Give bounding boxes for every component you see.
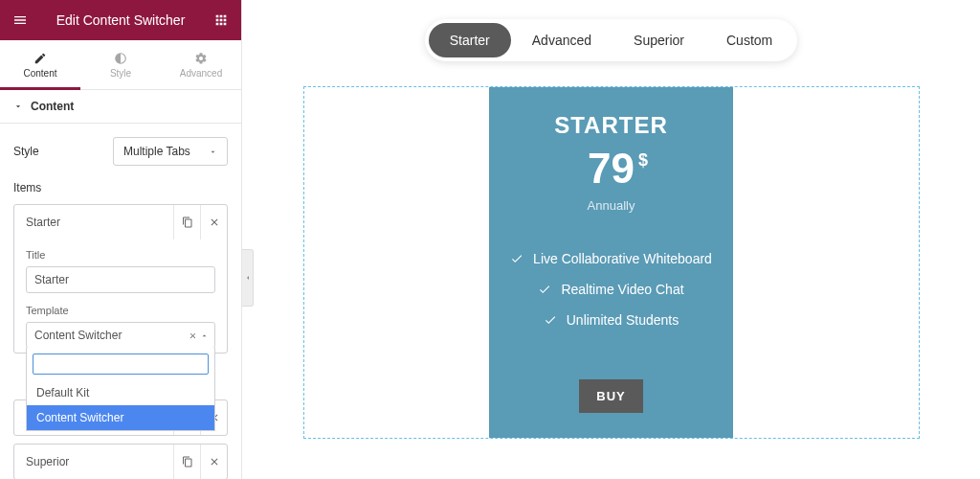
item-name: Starter [14, 216, 173, 229]
items-label: Items [13, 181, 228, 194]
card-price: 79$ [588, 145, 635, 193]
pricing-card: STARTER 79$ Annually Live Collaborative … [489, 87, 733, 438]
item-header[interactable]: Superior [14, 445, 227, 479]
feature-text: Unlimited Students [567, 312, 679, 328]
option-default-kit[interactable]: Default Kit [27, 380, 214, 405]
panel-body: Style Multiple Tabs Items Starter Title … [0, 124, 241, 479]
dropdown-search-input[interactable] [33, 354, 209, 375]
chevron-left-icon [244, 274, 252, 282]
feature-item: Live Collaborative Whiteboard [506, 251, 716, 266]
section-toggle[interactable]: Content [0, 90, 241, 124]
apps-button[interactable] [201, 0, 241, 40]
item-body: Title Template Content Switcher Default … [14, 240, 227, 353]
card-period: Annually [506, 198, 716, 213]
contrast-icon [114, 52, 127, 65]
style-select[interactable]: Multiple Tabs [113, 137, 228, 166]
check-icon [510, 252, 523, 265]
dropdown-search [27, 348, 214, 380]
caret-up-icon[interactable] [200, 331, 209, 340]
feature-text: Live Collaborative Whiteboard [533, 251, 712, 266]
feature-list: Live Collaborative Whiteboard Realtime V… [506, 251, 716, 328]
collapse-sidebar-button[interactable] [242, 249, 254, 307]
editor-sidebar: Edit Content Switcher Content Style Adva… [0, 0, 242, 479]
title-input[interactable] [26, 266, 215, 293]
feature-item: Unlimited Students [506, 312, 716, 328]
tab-content[interactable]: Content [0, 40, 80, 89]
close-icon [209, 456, 220, 468]
feature-item: Realtime Video Chat [506, 282, 716, 297]
section-title: Content [31, 100, 74, 113]
style-value: Multiple Tabs [123, 145, 190, 158]
preview-canvas: Starter Advanced Superior Custom STARTER… [242, 0, 980, 479]
pencil-icon [33, 52, 47, 65]
switch-tab-superior[interactable]: Superior [612, 23, 705, 57]
copy-icon [182, 217, 193, 228]
option-content-switcher[interactable]: Content Switcher [27, 405, 214, 430]
copy-icon [182, 456, 193, 468]
remove-button[interactable] [200, 445, 227, 479]
menu-button[interactable] [0, 0, 40, 40]
content-switcher: Starter Advanced Superior Custom [425, 19, 797, 61]
title-field-label: Title [26, 249, 215, 261]
price-currency: $ [638, 150, 648, 171]
panel-tabs: Content Style Advanced [0, 40, 241, 90]
gear-icon [194, 52, 208, 65]
editor-title: Edit Content Switcher [40, 12, 201, 28]
style-control: Style Multiple Tabs [13, 137, 228, 166]
editor-header: Edit Content Switcher [0, 0, 241, 40]
preview-frame: STARTER 79$ Annually Live Collaborative … [303, 86, 920, 439]
chevron-down-icon [209, 148, 217, 156]
switch-tab-custom[interactable]: Custom [705, 23, 793, 57]
switch-tab-starter[interactable]: Starter [429, 23, 511, 57]
switch-tab-advanced[interactable]: Advanced [511, 23, 612, 57]
remove-button[interactable] [200, 205, 227, 240]
price-value: 79 [588, 145, 635, 192]
item-name: Superior [14, 455, 173, 468]
template-dropdown: Default Kit Content Switcher [26, 348, 215, 431]
item-superior: Superior [13, 444, 228, 479]
item-starter-expanded: Starter Title Template Content Switcher [13, 204, 228, 354]
template-field-label: Template [26, 305, 215, 316]
duplicate-button[interactable] [173, 205, 200, 240]
tab-content-label: Content [23, 68, 56, 79]
tab-advanced[interactable]: Advanced [161, 40, 241, 89]
check-icon [544, 313, 557, 327]
clear-icon[interactable] [189, 331, 197, 340]
template-value: Content Switcher [34, 329, 122, 342]
caret-down-icon [13, 102, 23, 111]
tab-advanced-label: Advanced [180, 68, 222, 79]
tab-style-label: Style [110, 68, 131, 79]
close-icon [209, 217, 220, 228]
style-label: Style [13, 145, 39, 158]
feature-text: Realtime Video Chat [561, 282, 683, 297]
buy-button[interactable]: BUY [579, 379, 642, 413]
duplicate-button[interactable] [173, 445, 200, 479]
template-select[interactable]: Content Switcher Default Kit Content Swi… [26, 322, 215, 349]
item-header[interactable]: Starter [14, 205, 227, 240]
combo-actions [189, 331, 209, 340]
check-icon [538, 283, 551, 296]
card-title: STARTER [506, 112, 716, 139]
tab-style[interactable]: Style [80, 40, 161, 89]
